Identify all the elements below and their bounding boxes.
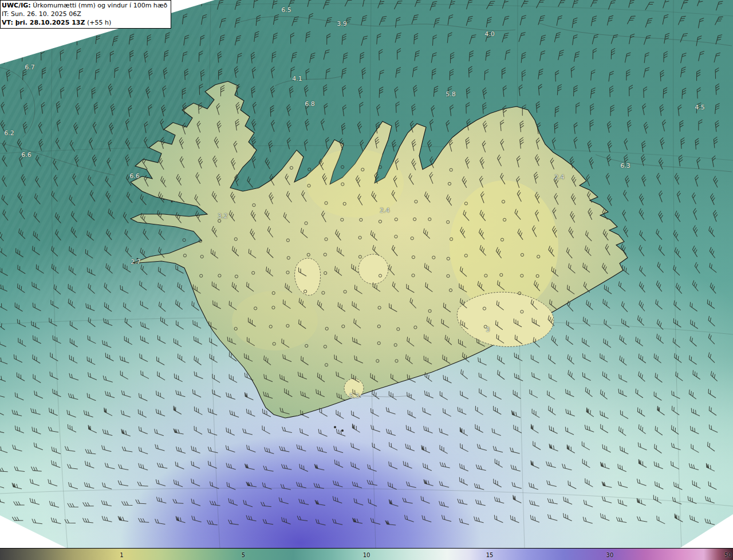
- contour-label: 3: [486, 326, 490, 333]
- colorbar-tick-label: 30: [606, 553, 614, 558]
- map-area: 6.53.94.06.74.15.86.84.56.26.66.36.62.42…: [0, 0, 733, 549]
- title-box: UWC/IG: Úrkomumætti (mm) og vindur í 100…: [0, 0, 171, 29]
- contour-label: 4.5: [695, 104, 705, 111]
- contour-label: 6.6: [21, 152, 31, 158]
- contour-label: 2.4: [380, 207, 390, 214]
- valid-label: VT: þri. 28.10.2025 13Z: [2, 19, 85, 26]
- colorbar-tick-label: 10: [363, 553, 371, 558]
- init-text: Sun. 26. 10. 2025 06Z: [9, 10, 81, 18]
- colorbar-tick-label: 1: [120, 553, 123, 558]
- contour-label: 6.5: [281, 7, 291, 13]
- map-overlay-svg: [0, 0, 733, 549]
- title-line-init: IT: Sun. 26. 10. 2025 06Z: [2, 10, 167, 18]
- contour-label: 5.3: [349, 393, 360, 399]
- title-line-model: UWC/IG: Úrkomumætti (mm) og vindur í 100…: [2, 1, 167, 10]
- colorbar-tick-label: 50: [724, 553, 732, 558]
- precipitation-colorbar: 1510153050: [0, 548, 733, 560]
- contour-label: 2.4: [554, 174, 565, 180]
- glacier-hofsjokull: [358, 254, 388, 284]
- model-label: UWC/IG:: [2, 2, 31, 9]
- contour-label: 5.8: [446, 91, 456, 97]
- weather-map: 6.53.94.06.74.15.86.84.56.26.66.36.62.42…: [0, 0, 733, 560]
- colorbar-tick-label: 5: [242, 553, 245, 558]
- contour-label: 6.8: [305, 101, 315, 107]
- contour-label: 6.2: [4, 130, 14, 136]
- model-text: Úrkomumætti (mm) og vindur í 100m hæð: [31, 2, 168, 9]
- iceland-landmass: [131, 81, 628, 432]
- contour-label: 4.1: [292, 76, 302, 82]
- contour-label: 6.3: [620, 163, 630, 169]
- valid-text: (+55 h): [85, 19, 111, 26]
- contour-label: 6.6: [129, 173, 140, 179]
- colorbar-tick-label: 15: [486, 553, 494, 558]
- contour-label: 3.9: [337, 21, 347, 27]
- contour-label: 6.7: [25, 64, 35, 70]
- contour-label: 3.2: [218, 213, 228, 219]
- title-line-valid: VT: þri. 28.10.2025 13Z (+55 h): [2, 18, 167, 27]
- contour-label: 4.0: [484, 31, 495, 37]
- contour-label: 2.7: [131, 259, 141, 265]
- init-label: IT:: [2, 10, 9, 18]
